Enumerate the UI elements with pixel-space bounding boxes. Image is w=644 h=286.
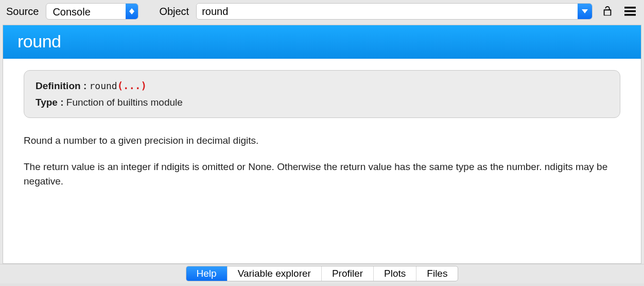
top-toolbar: Source Console Object <box>0 0 644 25</box>
bottom-tabbar: Help Variable explorer Profiler Plots Fi… <box>0 264 644 283</box>
source-select-value: Console <box>46 4 126 19</box>
description: Round a number to a given precision in d… <box>24 133 620 189</box>
description-p2: The return value is an integer if ndigit… <box>24 160 620 189</box>
svg-marker-1 <box>129 11 134 14</box>
svg-rect-3 <box>624 7 636 9</box>
source-label: Source <box>6 6 39 18</box>
svg-rect-5 <box>624 14 636 16</box>
definition-box: Definition : round(...) Type : Function … <box>24 70 620 118</box>
tab-plots[interactable]: Plots <box>374 266 416 281</box>
chevron-down-icon[interactable] <box>578 4 592 19</box>
type-value: Function of builtins module <box>66 97 183 108</box>
definition-args: (...) <box>117 80 147 91</box>
updown-icon <box>126 4 138 19</box>
svg-marker-2 <box>582 9 588 13</box>
help-pane: round Definition : round(...) Type : Fun… <box>3 25 641 264</box>
definition-func-name: round <box>89 80 117 91</box>
definition-label: Definition : <box>36 80 86 91</box>
tab-files[interactable]: Files <box>416 266 458 281</box>
object-combobox[interactable] <box>196 3 593 20</box>
menu-icon[interactable] <box>622 4 638 19</box>
type-label: Type : <box>36 97 64 108</box>
source-select[interactable]: Console <box>46 3 138 20</box>
page-title: round <box>3 25 641 59</box>
tab-profiler[interactable]: Profiler <box>322 266 374 281</box>
description-p1: Round a number to a given precision in d… <box>24 133 620 148</box>
tab-help[interactable]: Help <box>186 266 228 281</box>
object-label: Object <box>159 6 189 18</box>
lock-open-icon[interactable] <box>600 4 615 19</box>
svg-rect-4 <box>624 10 636 12</box>
tab-variable-explorer[interactable]: Variable explorer <box>228 266 322 281</box>
help-body: Definition : round(...) Type : Function … <box>3 59 641 263</box>
object-input[interactable] <box>197 4 578 19</box>
